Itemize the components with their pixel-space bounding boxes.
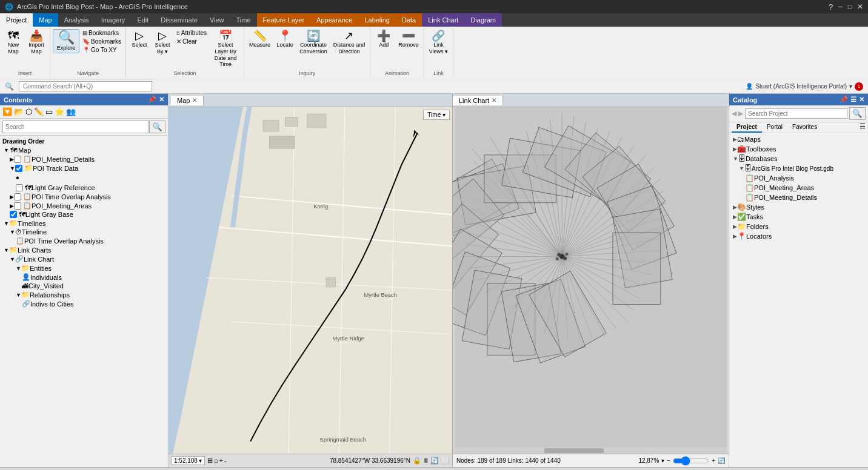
tab-appearance[interactable]: Appearance (310, 13, 358, 27)
catalog-tab-project[interactable]: Project (732, 122, 762, 133)
tree-item-map[interactable]: ▼ 🗺 Map (0, 146, 168, 154)
lc-zoom-slider[interactable] (673, 456, 709, 466)
explore-button[interactable]: 🔍 Explore (53, 29, 79, 53)
grid-icon[interactable]: ⊞ (207, 457, 213, 465)
pause-icon[interactable]: ⏸ (422, 457, 429, 465)
catalog-search-input[interactable] (745, 108, 847, 119)
notification-icon[interactable]: 1 (855, 82, 863, 91)
pen-icon[interactable]: ✏️ (34, 107, 44, 116)
select-by-button[interactable]: ▷ SelectBy ▾ (152, 29, 173, 56)
tree-item-city-visited[interactable]: 🏙 City_Visited (0, 282, 168, 290)
tab-labeling[interactable]: Labeling (358, 13, 396, 27)
tree-item-poi-track-data[interactable]: ▼ 📁 POI Track Data (0, 164, 168, 173)
titlebar-controls[interactable]: ? ─ □ ✕ (829, 2, 863, 12)
tab-project[interactable]: Project (0, 13, 33, 27)
minimize-btn[interactable]: ─ (838, 2, 843, 12)
tab-analysis[interactable]: Analysis (58, 13, 95, 27)
zoom-in-icon[interactable]: + (219, 457, 223, 465)
catalog-forward-icon[interactable]: ▶ (738, 110, 743, 117)
locate-button[interactable]: 📍 Locate (274, 29, 296, 50)
catalog-item-poi-meeting-areas-cat[interactable]: 📋 POI_Meeting_Areas (729, 183, 868, 193)
catalog-back-icon[interactable]: ◀ (732, 110, 736, 117)
tab-time[interactable]: Time (230, 13, 257, 27)
poi-meeting-areas-check[interactable] (14, 202, 21, 210)
tree-item-light-gray-ref[interactable]: 🗺 Light Gray Reference (0, 184, 168, 192)
linkchart-tab[interactable]: Link Chart ✕ (453, 96, 503, 105)
tree-item-poi-meeting-areas[interactable]: ▶ 📋 POI_Meeting_Areas (0, 201, 168, 210)
coord-conv-button[interactable]: 🔄 CoordinateConversion (297, 29, 330, 56)
contents-close-icon[interactable]: ✕ (159, 96, 164, 104)
linkchart-view[interactable] (453, 107, 729, 454)
tree-item-poi-time-overlap2[interactable]: 📋 POI Time Overlap Analysis (0, 236, 168, 245)
command-search-input[interactable] (19, 81, 152, 91)
home-icon[interactable]: ⌂ (214, 457, 218, 465)
rect-icon[interactable]: ▭ (45, 107, 53, 116)
contents-search-btn[interactable]: 🔍 (149, 121, 165, 133)
catalog-tab-favorites[interactable]: Favorites (787, 122, 822, 133)
distance-dir-button[interactable]: ↗ Distance andDirection (331, 29, 368, 56)
lc-zoom-dropdown-icon[interactable]: ▾ (661, 457, 664, 464)
users-icon[interactable]: 👥 (66, 107, 76, 116)
poi-meeting-details-check[interactable] (14, 156, 21, 163)
map-tab-map[interactable]: Map ✕ (171, 96, 204, 105)
light-gray-ref-check[interactable] (16, 184, 23, 191)
poi-time-overlap-check[interactable] (14, 193, 21, 200)
filter-icon[interactable]: 🔽 (2, 107, 12, 116)
catalog-pin-icon[interactable]: 📌 (840, 96, 848, 104)
measure-button[interactable]: 📏 Measure (247, 29, 273, 50)
contents-search-input[interactable] (2, 121, 149, 133)
help-btn[interactable]: ? (829, 2, 833, 12)
tree-item-light-gray-base[interactable]: 🗺 Light Gray Base (0, 210, 168, 219)
remove-button[interactable]: ➖ Remove (396, 29, 421, 50)
light-gray-base-check[interactable] (10, 211, 17, 218)
map-view[interactable]: Konig Myrtle Beach Myrtle Ridge Springma… (169, 107, 452, 467)
add-button[interactable]: ➕ Add (373, 29, 395, 50)
polygon-icon[interactable]: ⬡ (25, 107, 32, 116)
import-map-button[interactable]: 📥 ImportMap (25, 29, 47, 56)
catalog-item-styles[interactable]: ▶ 🎨 Styles (729, 202, 868, 212)
new-map-button[interactable]: 🗺 NewMap (2, 29, 24, 56)
tab-imagery[interactable]: Imagery (95, 13, 132, 27)
pin-icon[interactable]: 📌 (148, 96, 156, 104)
catalog-item-toolboxes[interactable]: ▶ 🧰 Toolboxes (729, 144, 868, 154)
catalog-item-poi-analysis[interactable]: 📋 POI_Analysis (729, 173, 868, 183)
bookmarks-button[interactable]: 🔖 Bookmarks (81, 38, 123, 45)
catalog-search-btn[interactable]: 🔍 (849, 107, 866, 120)
tree-item-indivs-to-cities[interactable]: 🔗 Indivs to Cities (0, 299, 168, 308)
lc-refresh-icon[interactable]: 🔄 (718, 457, 725, 464)
maximize-btn[interactable]: □ (848, 2, 852, 12)
tab-data[interactable]: Data (396, 13, 422, 27)
poi-track-data-check[interactable] (15, 165, 22, 172)
catalog-item-maps[interactable]: ▶ 🗂 Maps (729, 134, 868, 144)
catalog-item-locators[interactable]: ▶ 📍 Locators (729, 231, 868, 241)
tree-item-timeline[interactable]: ▼ ⏱ Timeline (0, 228, 168, 236)
lc-zoom-plus-icon[interactable]: + (712, 457, 715, 464)
user-chevron[interactable]: ▾ (849, 83, 852, 90)
tree-item-dot[interactable]: • (0, 173, 168, 184)
tree-item-individuals[interactable]: 👤 Individuals (0, 273, 168, 282)
tab-edit[interactable]: Edit (131, 13, 155, 27)
select-button[interactable]: ▷ Select (129, 29, 150, 50)
refresh-icon[interactable]: 🔄 (430, 457, 439, 465)
catalog-tab-portal[interactable]: Portal (762, 122, 787, 133)
tab-disseminate[interactable]: Disseminate (155, 13, 204, 27)
catalog-item-tasks[interactable]: ▶ ✅ Tasks (729, 212, 868, 222)
zoom-out-icon[interactable]: - (224, 457, 227, 465)
tab-diagram[interactable]: Diagram (464, 13, 502, 27)
catalog-menu-icon[interactable]: ☰ (850, 96, 856, 104)
lc-zoom-minus-icon[interactable]: − (667, 457, 670, 464)
tab-link-chart[interactable]: Link Chart (422, 13, 464, 27)
tree-item-timelines[interactable]: ▼ 📁 Timelines (0, 219, 168, 228)
attributes-button[interactable]: ≡ Attributes (175, 29, 209, 37)
tree-item-link-charts[interactable]: ▼ 📁 Link Charts (0, 245, 168, 254)
close-btn[interactable]: ✕ (857, 2, 863, 12)
goto-xy-button[interactable]: 📍 Go To XY (81, 46, 123, 54)
link-views-button[interactable]: 🔗 LinkViews ▾ (427, 29, 450, 56)
catalog-item-databases[interactable]: ▼ 🗄 Databases (729, 154, 868, 164)
select-layer-by-btn[interactable]: 📅 Select Layer ByDate and Time (210, 29, 241, 69)
scale-dropdown-icon[interactable]: ▾ (199, 457, 202, 464)
catalog-options-icon[interactable]: ☰ (860, 122, 866, 133)
rectangle-zoom-button[interactable]: ⊞ Bookmarks (81, 29, 123, 37)
tree-item-entities[interactable]: ▼ 📁 Entities (0, 263, 168, 273)
catalog-close-icon[interactable]: ✕ (859, 96, 864, 104)
